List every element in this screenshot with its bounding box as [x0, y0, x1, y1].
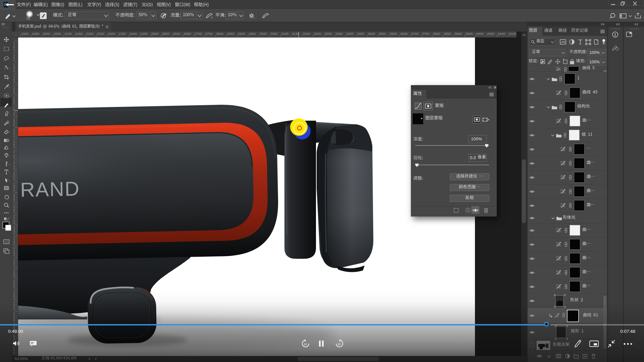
- svg-text:10: 10: [304, 343, 307, 346]
- svg-text:RAND: RAND: [20, 177, 80, 201]
- svg-text:30: 30: [337, 343, 341, 346]
